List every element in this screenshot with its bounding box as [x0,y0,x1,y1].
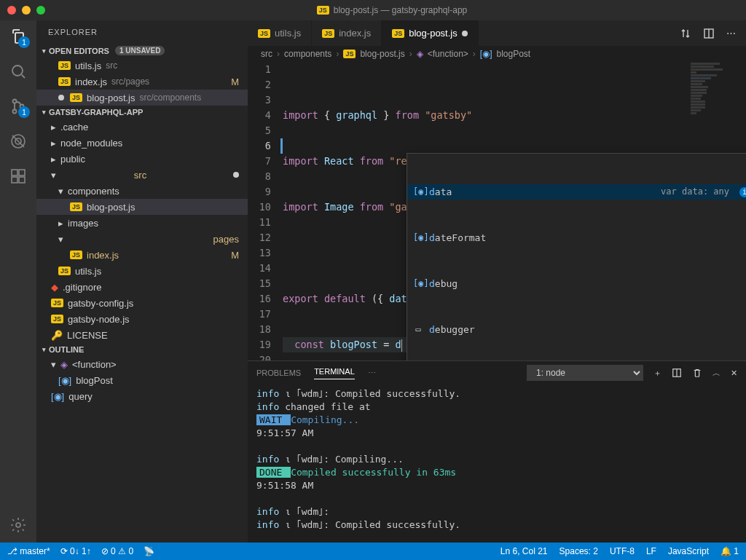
git-branch[interactable]: ⎇ master* [7,546,50,556]
file-license[interactable]: 🔑LICENSE [36,327,248,343]
js-icon: JS [51,315,63,323]
suggest-item[interactable]: [◉]debug [407,276,746,291]
js-icon: JS [58,77,71,86]
folder-node-modules[interactable]: ▸node_modules [36,135,248,151]
svg-point-0 [12,66,23,76]
compare-icon[interactable] [680,28,691,39]
close-panel-icon[interactable]: ✕ [731,368,737,378]
outline-tree: ▾◈<function> [◉]blogPost [◉]query [36,356,248,404]
suggest-item[interactable]: [◉]dateFormat [407,230,746,245]
window-controls [7,6,45,15]
settings-gear-icon[interactable] [8,515,28,535]
open-editors-header[interactable]: ▾ OPEN EDITORS 1 UNSAVED [36,44,248,58]
file-gitignore[interactable]: ◆.gitignore [36,279,248,295]
js-icon: JS [343,50,356,58]
cursor-position[interactable]: Ln 6, Col 21 [500,546,548,556]
code-content[interactable]: import { graphql } from "gatsby" import … [283,62,746,360]
debug-icon[interactable] [8,131,28,151]
folder-src[interactable]: ▾src [36,167,248,183]
eol[interactable]: LF [646,546,656,556]
source-control-icon[interactable]: 1 [8,96,28,117]
open-editor-item[interactable]: JS utils.js src [36,58,248,74]
open-editor-item[interactable]: JS index.js src/pages M [36,74,248,90]
folder-images[interactable]: ▸images [36,215,248,231]
project-header[interactable]: ▾ GATSBY-GRAPHQL-APP [36,106,248,119]
explorer-icon[interactable]: 1 [8,26,28,47]
tab-utils[interactable]: JSutils.js [248,20,312,46]
terminal-output[interactable]: info ι ｢wdm｣: Compiled successfully. inf… [248,384,746,543]
more-icon[interactable]: ⋯ [726,28,736,39]
js-icon: JS [70,93,82,102]
panel-tabs: PROBLEMS TERMINAL ⋯ 1: node ＋ ︿ ✕ [248,361,746,384]
file-blog-post[interactable]: JSblog-post.js [36,199,248,215]
outline-blogpost[interactable]: [◉]blogPost [36,372,248,388]
split-editor-icon[interactable] [703,28,715,39]
open-editors-list: JS utils.js src JS index.js src/pages M … [36,58,248,106]
code-editor[interactable]: 12345 678910 1112131415 1617181920 impor… [248,62,746,360]
split-terminal-icon[interactable] [672,368,682,378]
modified-dot-icon [233,172,239,178]
svg-rect-9 [19,170,25,176]
suggest-item[interactable]: [◉]datavar data: anyi [407,184,746,200]
open-editor-item[interactable]: JS blog-post.js src/components [36,90,248,106]
more-tabs-icon[interactable]: ⋯ [368,368,376,378]
status-bar: ⎇ master* ⟳ 0↓ 1↑ ⊘ 0 ⚠ 0 📡 Ln 6, Col 21… [0,543,746,560]
folder-pages[interactable]: ▾pages [36,231,248,247]
js-icon: JS [258,29,270,38]
file-utils-js[interactable]: JSutils.js [36,263,248,279]
language-mode[interactable]: JavaScript [668,546,709,556]
close-button[interactable] [7,6,16,15]
status-errors[interactable]: ⊘ 0 ⚠ 0 [101,546,133,556]
dirty-dot-icon [462,31,468,36]
line-highlight-bar [280,138,283,154]
editor-tabs: JSutils.js JSindex.js JSblog-post.js ⋯ [248,20,746,46]
minimize-button[interactable] [22,6,31,15]
breadcrumb[interactable]: src› components› JSblog-post.js› ◈<funct… [248,46,746,62]
extensions-icon[interactable] [8,166,28,186]
notifications-bell-icon[interactable]: 🔔 1 [721,546,739,556]
tab-problems[interactable]: PROBLEMS [256,368,301,377]
chevron-down-icon: ▾ [42,47,46,55]
tab-index[interactable]: JSindex.js [312,20,382,46]
file-gatsby-node[interactable]: JSgatsby-node.js [36,311,248,327]
tab-blog-post[interactable]: JSblog-post.js [382,20,479,46]
status-broadcast-icon[interactable]: 📡 [144,546,154,556]
js-icon: JS [70,202,82,211]
js-icon: JS [58,61,71,70]
js-icon: JS [70,251,82,259]
dirty-dot-icon [58,95,64,100]
outline-header[interactable]: ▾ OUTLINE [36,343,248,356]
line-gutter: 12345 678910 1112131415 1617181920 [248,62,283,360]
indent[interactable]: Spaces: 2 [560,546,598,556]
new-terminal-icon[interactable]: ＋ [653,368,661,379]
file-gatsby-config[interactable]: JSgatsby-config.js [36,295,248,311]
folder-public[interactable]: ▸public [36,151,248,167]
suggest-item[interactable]: ▭debugger [407,322,746,337]
js-icon: JS [392,29,404,38]
activity-bar: 1 1 [0,20,36,543]
info-icon[interactable]: i [739,187,746,197]
git-sync[interactable]: ⟳ 0↓ 1↑ [60,546,91,556]
outline-function[interactable]: ▾◈<function> [36,356,248,372]
chevron-up-icon[interactable]: ︿ [712,368,721,379]
encoding[interactable]: UTF-8 [610,546,635,556]
outline-query[interactable]: [◉]query [36,388,248,404]
terminal-panel: PROBLEMS TERMINAL ⋯ 1: node ＋ ︿ ✕ info ι… [248,360,746,543]
trash-icon[interactable] [692,368,702,378]
sidebar-title: EXPLORER [36,20,248,44]
window-title: JS blog-post.js — gatsby-graphql-app [45,5,739,15]
search-icon[interactable] [8,61,28,82]
terminal-selector[interactable]: 1: node [527,365,643,381]
js-icon: JS [317,6,329,15]
tab-terminal[interactable]: TERMINAL [314,367,355,379]
sidebar: EXPLORER ▾ OPEN EDITORS 1 UNSAVED JS uti… [36,20,248,543]
svg-rect-6 [12,170,17,176]
svg-rect-7 [12,177,17,183]
folder-cache[interactable]: ▸.cache [36,119,248,135]
folder-components[interactable]: ▾components [36,183,248,199]
editor-area: JSutils.js JSindex.js JSblog-post.js ⋯ s… [248,20,746,543]
file-index-js[interactable]: JSindex.jsM [36,247,248,263]
svg-point-2 [13,110,17,114]
maximize-button[interactable] [36,6,45,15]
intellisense-popup[interactable]: [◉]datavar data: anyi [◉]dateFormat [◉]d… [407,153,746,360]
